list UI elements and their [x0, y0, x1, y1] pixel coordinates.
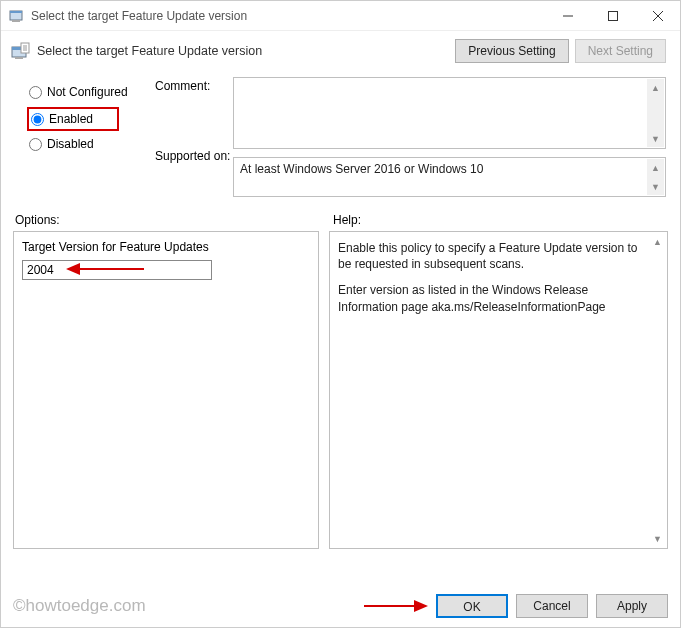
radio-enabled-input[interactable]	[31, 113, 44, 126]
radio-disabled[interactable]: Disabled	[29, 137, 155, 151]
help-paragraph-1: Enable this policy to specify a Feature …	[338, 240, 643, 272]
header-row: Select the target Feature Update version…	[1, 31, 680, 71]
scroll-down-icon[interactable]: ▼	[647, 130, 664, 147]
supported-on-box: At least Windows Server 2016 or Windows …	[233, 157, 666, 197]
dialog-buttons: OK Cancel Apply	[362, 594, 668, 618]
help-paragraph-2: Enter version as listed in the Windows R…	[338, 282, 643, 314]
arrow-annotation-icon	[362, 597, 428, 615]
svg-rect-2	[12, 20, 20, 22]
lower-labels: Options: Help:	[1, 203, 680, 231]
field-labels-column: Comment: Supported on:	[155, 75, 233, 197]
previous-setting-button[interactable]: Previous Setting	[455, 39, 568, 63]
radio-not-configured[interactable]: Not Configured	[29, 85, 155, 99]
apply-button[interactable]: Apply	[596, 594, 668, 618]
minimize-button[interactable]	[545, 1, 590, 31]
lower-panels: Target Version for Feature Updates Enabl…	[1, 231, 680, 549]
window-controls	[545, 1, 680, 31]
target-version-input[interactable]	[22, 260, 212, 280]
scroll-up-icon[interactable]: ▲	[647, 159, 664, 176]
supported-scrollbar[interactable]: ▲ ▼	[647, 159, 664, 195]
nav-buttons: Previous Setting Next Setting	[455, 39, 666, 63]
cancel-button[interactable]: Cancel	[516, 594, 588, 618]
next-setting-button: Next Setting	[575, 39, 666, 63]
radio-disabled-input[interactable]	[29, 138, 42, 151]
help-panel: Enable this policy to specify a Feature …	[329, 231, 668, 549]
app-icon	[9, 8, 25, 24]
svg-marker-17	[414, 600, 428, 612]
options-heading: Options:	[15, 213, 333, 227]
titlebar: Select the target Feature Update version	[1, 1, 680, 31]
options-panel: Target Version for Feature Updates	[13, 231, 319, 549]
radio-disabled-label: Disabled	[47, 137, 94, 151]
supported-on-label: Supported on:	[155, 149, 233, 163]
bottom-bar: ©howtoedge.com OK Cancel Apply	[1, 585, 680, 627]
comment-textarea[interactable]: ▲ ▼	[233, 77, 666, 149]
scroll-up-icon[interactable]: ▲	[647, 79, 664, 96]
scroll-down-icon[interactable]: ▼	[649, 530, 666, 547]
supported-on-value: At least Windows Server 2016 or Windows …	[240, 162, 483, 176]
comment-label: Comment:	[155, 79, 233, 93]
radio-column: Not Configured Enabled Disabled	[15, 75, 155, 197]
header-title: Select the target Feature Update version	[37, 44, 262, 58]
help-scrollbar[interactable]: ▲ ▼	[649, 233, 666, 547]
radio-not-configured-input[interactable]	[29, 86, 42, 99]
svg-rect-4	[608, 11, 617, 20]
policy-icon	[11, 42, 31, 60]
svg-rect-1	[10, 11, 22, 13]
radio-not-configured-label: Not Configured	[47, 85, 128, 99]
comment-scrollbar[interactable]: ▲ ▼	[647, 79, 664, 147]
maximize-button[interactable]	[590, 1, 635, 31]
watermark: ©howtoedge.com	[13, 596, 146, 616]
close-button[interactable]	[635, 1, 680, 31]
target-version-label: Target Version for Feature Updates	[22, 240, 310, 254]
svg-rect-9	[15, 57, 23, 59]
help-text: Enable this policy to specify a Feature …	[338, 240, 643, 315]
radio-enabled-label: Enabled	[49, 112, 93, 126]
window-title: Select the target Feature Update version	[31, 9, 247, 23]
ok-button[interactable]: OK	[436, 594, 508, 618]
fields-column: ▲ ▼ At least Windows Server 2016 or Wind…	[233, 75, 666, 197]
config-area: Not Configured Enabled Disabled Comment:…	[1, 71, 680, 203]
help-heading: Help:	[333, 213, 361, 227]
scroll-down-icon[interactable]: ▼	[647, 178, 664, 195]
scroll-up-icon[interactable]: ▲	[649, 233, 666, 250]
enabled-highlight: Enabled	[27, 107, 119, 131]
radio-enabled[interactable]: Enabled	[31, 112, 93, 126]
